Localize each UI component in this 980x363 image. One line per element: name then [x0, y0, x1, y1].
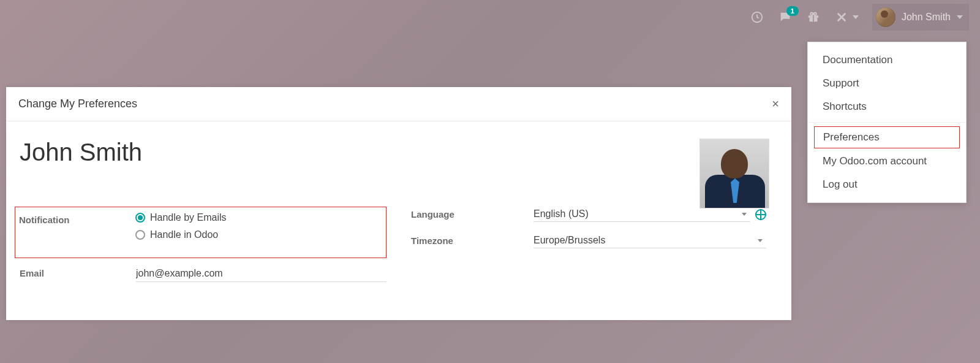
modal-title: Change My Preferences: [18, 97, 137, 110]
notification-controls: Handle by Emails Handle in Odoo: [135, 212, 380, 246]
tools-menu[interactable]: [834, 10, 859, 25]
caret-down-icon: [758, 239, 763, 242]
caret-down-icon: [742, 213, 747, 216]
modal-body: John Smith Notification Handle by Emails: [6, 121, 791, 320]
dd-documentation[interactable]: Documentation: [808, 48, 966, 72]
avatar: [876, 7, 895, 27]
language-field-row: Language English (US): [411, 207, 778, 222]
dd-support[interactable]: Support: [808, 72, 966, 95]
form-columns: Notification Handle by Emails Handle in …: [20, 207, 778, 291]
user-menu-button[interactable]: John Smith: [872, 4, 969, 31]
timezone-value: Europe/Brussels: [533, 235, 758, 246]
language-value: English (US): [533, 208, 742, 220]
svg-point-5: [814, 12, 816, 15]
timezone-select[interactable]: Europe/Brussels: [533, 233, 766, 248]
caret-down-icon: [853, 15, 859, 19]
radio-label: Handle by Emails: [150, 212, 227, 223]
language-label: Language: [411, 207, 533, 220]
dd-preferences[interactable]: Preferences: [814, 126, 960, 148]
notif-option-odoo[interactable]: Handle in Odoo: [135, 229, 380, 240]
notification-field: Notification Handle by Emails Handle in …: [19, 212, 380, 246]
radio-label: Handle in Odoo: [150, 229, 218, 240]
dd-my-account[interactable]: My Odoo.com account: [808, 150, 966, 173]
history-icon[interactable]: [750, 10, 764, 25]
svg-rect-3: [813, 15, 814, 21]
divider: [808, 122, 966, 123]
dd-logout[interactable]: Log out: [808, 173, 966, 196]
top-navbar: 1 John Smith: [750, 0, 980, 34]
language-select[interactable]: English (US): [533, 207, 750, 222]
preferences-modal: Change My Preferences × John Smith Notif…: [6, 87, 791, 320]
right-column: Language English (US) Timezone Europe/Br…: [411, 207, 778, 291]
user-dropdown: Documentation Support Shortcuts Preferen…: [807, 42, 967, 203]
close-icon[interactable]: ×: [772, 97, 779, 111]
user-name-label: John Smith: [902, 12, 951, 23]
profile-image[interactable]: [699, 139, 769, 208]
notification-highlight: Notification Handle by Emails Handle in …: [15, 207, 386, 258]
caret-down-icon: [957, 15, 963, 19]
dd-shortcuts[interactable]: Shortcuts: [808, 95, 966, 118]
svg-point-4: [810, 12, 813, 15]
email-field[interactable]: [136, 266, 386, 282]
page-title: John Smith: [20, 139, 778, 166]
radio-icon: [135, 213, 145, 223]
messages-icon[interactable]: 1: [778, 10, 793, 25]
modal-header: Change My Preferences ×: [6, 87, 791, 121]
wrench-icon: [834, 10, 849, 25]
timezone-label: Timezone: [411, 233, 533, 246]
timezone-field-row: Timezone Europe/Brussels: [411, 233, 778, 248]
left-column: Notification Handle by Emails Handle in …: [20, 207, 386, 291]
notification-label: Notification: [19, 212, 135, 225]
gift-icon[interactable]: [806, 10, 821, 25]
radio-icon: [135, 230, 145, 240]
globe-icon[interactable]: [755, 209, 766, 220]
notif-option-emails[interactable]: Handle by Emails: [135, 212, 380, 223]
email-field-row: Email: [20, 266, 386, 282]
email-label: Email: [20, 266, 136, 278]
messages-badge: 1: [786, 6, 799, 16]
